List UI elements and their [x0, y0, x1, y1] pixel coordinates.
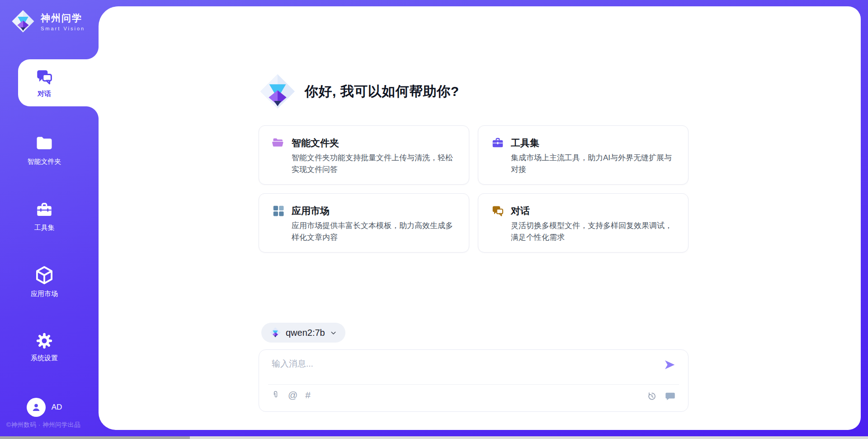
feature-cards: 智能文件夹 智能文件夹功能支持批量文件上传与清洗，轻松实现文件问答 工具集 集成…: [259, 125, 689, 253]
sidebar-item-label: 智能文件夹: [28, 157, 61, 166]
assistant-logo-icon: [259, 72, 297, 110]
horizontal-scrollbar[interactable]: [0, 436, 868, 439]
mention-icon: @: [288, 390, 297, 400]
main-panel: 你好, 我可以如何帮助你? 智能文件夹 智能文件夹功能支持批量文件上传与清洗，轻…: [99, 6, 861, 430]
folder-icon: [34, 134, 54, 153]
card-title: 工具集: [511, 137, 539, 149]
toolbox-icon: [491, 136, 505, 150]
send-icon: [663, 358, 676, 372]
card-smart-folder[interactable]: 智能文件夹 智能文件夹功能支持批量文件上传与清洗，轻松实现文件问答: [259, 125, 469, 185]
history-button[interactable]: [646, 391, 657, 401]
hash-button[interactable]: #: [305, 390, 311, 400]
card-title: 对话: [511, 205, 530, 217]
model-logo-icon: [269, 327, 281, 339]
history-icon: [646, 391, 657, 401]
brand-name: 神州问学: [41, 12, 85, 24]
composer-right-tools: [646, 391, 676, 402]
sidebar-item-toolset[interactable]: 工具集: [0, 200, 89, 232]
send-button[interactable]: [663, 358, 676, 372]
card-description: 应用市场提供丰富长文本模板，助力高效生成多样化文章内容: [292, 220, 457, 243]
chevron-down-icon: [330, 329, 337, 337]
chat-icon: [35, 67, 54, 86]
chat-bubbles-icon: [491, 204, 505, 218]
chat-bubble-icon: [664, 391, 676, 402]
sidebar-item-chat[interactable]: 对话: [18, 59, 99, 106]
gear-icon: [35, 332, 53, 350]
brand: 神州问学 Smart Vision: [11, 9, 85, 33]
brand-logo-icon: [11, 9, 35, 33]
card-description: 集成市场上主流工具，助力AI与外界无缝扩展与对接: [511, 152, 676, 175]
attach-icon: [271, 390, 280, 400]
sidebar-item-app-market[interactable]: 应用市场: [0, 265, 89, 298]
card-chat[interactable]: 对话 灵活切换多模型文件，支持多样回复效果调试，满足个性化需求: [478, 193, 689, 253]
message-input[interactable]: [271, 357, 648, 382]
model-name: qwen2:7b: [286, 328, 325, 338]
tab-corner-bottom: [86, 106, 99, 119]
sidebar-item-label: 对话: [38, 90, 51, 98]
greeting-title: 你好, 我可以如何帮助你?: [305, 82, 459, 101]
scrollbar-thumb[interactable]: [0, 436, 190, 439]
model-selector[interactable]: qwen2:7b: [261, 323, 345, 343]
attach-button[interactable]: [271, 390, 280, 400]
card-description: 灵活切换多模型文件，支持多样回复效果调试，满足个性化需求: [511, 220, 676, 243]
mention-button[interactable]: @: [288, 390, 297, 400]
composer-divider: [268, 384, 679, 385]
sidebar-item-label: 系统设置: [31, 354, 58, 363]
message-composer: @ #: [259, 349, 689, 412]
greeting: 你好, 我可以如何帮助你?: [259, 72, 459, 110]
apps-grid-icon: [272, 204, 285, 218]
card-app-market[interactable]: 应用市场 应用市场提供丰富长文本模板，助力高效生成多样化文章内容: [259, 193, 469, 253]
copyright: ©神州数码 · 神州问学出品: [6, 421, 80, 429]
feedback-button[interactable]: [664, 391, 676, 402]
user-initials: AD: [52, 403, 62, 412]
card-description: 智能文件夹功能支持批量文件上传与清洗，轻松实现文件问答: [292, 152, 457, 175]
tab-corner-top: [86, 47, 99, 59]
toolbox-icon: [35, 200, 54, 220]
sidebar: 神州问学 Smart Vision 对话 智能文件夹: [0, 0, 99, 439]
avatar: [27, 398, 46, 417]
person-icon: [30, 401, 42, 413]
card-toolset[interactable]: 工具集 集成市场上主流工具，助力AI与外界无缝扩展与对接: [478, 125, 689, 185]
sidebar-item-smart-folder[interactable]: 智能文件夹: [0, 134, 89, 166]
card-title: 智能文件夹: [292, 137, 339, 149]
card-title: 应用市场: [292, 205, 330, 217]
sidebar-item-label: 工具集: [34, 224, 55, 232]
sidebar-item-settings[interactable]: 系统设置: [0, 332, 89, 363]
hash-icon: #: [305, 390, 311, 400]
cube-icon: [34, 265, 55, 286]
user-profile[interactable]: AD: [0, 398, 89, 417]
brand-subtitle: Smart Vision: [41, 26, 85, 31]
sidebar-item-label: 应用市场: [31, 290, 58, 298]
folder-open-icon: [272, 136, 285, 150]
composer-tools: @ #: [271, 390, 311, 400]
